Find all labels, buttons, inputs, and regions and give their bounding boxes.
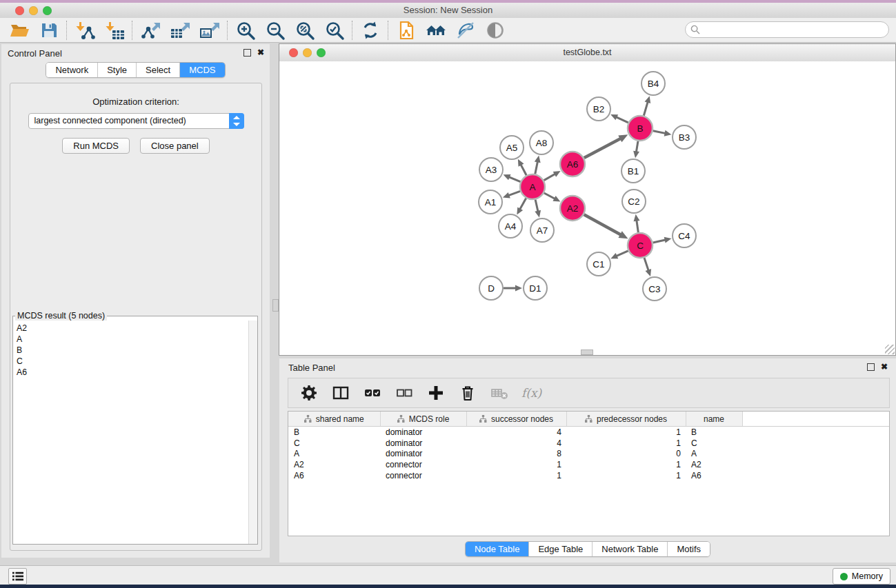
run-mcds-button[interactable]: Run MCDS xyxy=(62,138,130,154)
graph-edge-A-A3[interactable] xyxy=(508,176,521,181)
table-cell[interactable]: 1 xyxy=(466,459,566,470)
table-row[interactable]: A2connector11A2 xyxy=(288,459,889,470)
table-cell[interactable]: 1 xyxy=(566,459,686,470)
tab-select[interactable]: Select xyxy=(136,63,179,77)
memory-button[interactable]: Memory xyxy=(833,568,890,585)
table-cell[interactable]: A2 xyxy=(686,459,742,470)
zoom-in-button[interactable] xyxy=(230,19,260,42)
refresh-button[interactable] xyxy=(355,19,385,42)
column-header-shared-name[interactable]: shared name xyxy=(288,412,380,427)
graph-edge-B-B3[interactable] xyxy=(653,131,666,134)
network-close-button[interactable] xyxy=(289,48,298,57)
split-columns-button[interactable] xyxy=(331,383,350,403)
table-cell[interactable]: A6 xyxy=(288,470,380,481)
vertical-splitter-handle[interactable] xyxy=(272,299,279,312)
table-float-panel-icon[interactable] xyxy=(867,363,875,371)
mcds-result-list[interactable]: A2ABCA6 xyxy=(13,321,248,544)
table-cell[interactable]: 8 xyxy=(466,448,566,459)
export-table-button[interactable] xyxy=(165,19,195,42)
table-row[interactable]: Adominator80A xyxy=(288,448,889,459)
table-cell[interactable]: 1 xyxy=(566,427,686,438)
delete-column-button[interactable] xyxy=(458,383,477,403)
import-table-button[interactable] xyxy=(99,19,129,42)
close-panel-button[interactable]: Close panel xyxy=(140,138,210,154)
graph-edge-A6-B[interactable] xyxy=(584,139,621,159)
optimization-criterion-dropdown[interactable]: largest connected component (directed) xyxy=(28,113,244,129)
graph-edge-B-B2[interactable] xyxy=(615,116,628,123)
graph-edge-A-A1[interactable] xyxy=(508,191,520,195)
horizontal-splitter-handle[interactable] xyxy=(581,349,593,355)
mcds-result-item[interactable]: C xyxy=(17,356,248,367)
delete-table-button[interactable] xyxy=(490,383,509,403)
tab-network[interactable]: Network xyxy=(46,63,97,77)
table-cell[interactable]: C xyxy=(686,438,742,449)
column-header-successor-nodes[interactable]: successor nodes xyxy=(466,412,566,427)
zoom-selected-button[interactable] xyxy=(319,19,349,42)
network-zoom-button[interactable] xyxy=(317,48,326,57)
float-panel-icon[interactable] xyxy=(243,49,251,57)
column-header-MCDS-role[interactable]: MCDS role xyxy=(380,412,466,427)
tab-network-table[interactable]: Network Table xyxy=(592,542,667,556)
graph-edge-C-C2[interactable] xyxy=(637,220,639,232)
table-cell[interactable]: dominator xyxy=(380,438,466,449)
close-window-button[interactable] xyxy=(15,6,24,15)
table-cell[interactable]: connector xyxy=(380,470,466,481)
graph-edge-C-C4[interactable] xyxy=(653,240,666,243)
deselect-all-button[interactable] xyxy=(395,383,414,403)
graph-edge-B-B4[interactable] xyxy=(644,101,648,116)
settings-gear-button[interactable] xyxy=(299,383,319,403)
window-resize-grip[interactable] xyxy=(885,345,895,354)
add-column-button[interactable] xyxy=(426,383,446,403)
mcds-result-item[interactable]: A xyxy=(17,334,248,345)
network-from-file-button[interactable] xyxy=(391,19,421,42)
mcds-result-scrollbar[interactable] xyxy=(248,321,257,544)
column-header-predecessor-nodes[interactable]: predecessor nodes xyxy=(566,412,686,427)
minimize-window-button[interactable] xyxy=(29,6,38,15)
search-input[interactable] xyxy=(702,23,884,37)
export-image-button[interactable] xyxy=(195,19,224,42)
mcds-result-item[interactable]: B xyxy=(17,345,248,356)
table-cell[interactable]: A2 xyxy=(288,459,380,470)
graphics-details-button[interactable] xyxy=(450,19,480,42)
graph-edge-A-A8[interactable] xyxy=(535,161,538,174)
table-cell[interactable]: A xyxy=(288,448,380,459)
import-network-button[interactable] xyxy=(70,19,99,42)
table-row[interactable]: A6connector11A6 xyxy=(288,470,889,481)
tab-edge-table[interactable]: Edge Table xyxy=(528,542,592,556)
table-close-panel-icon[interactable]: ✖ xyxy=(881,363,888,371)
zoom-out-button[interactable] xyxy=(260,19,290,42)
table-cell[interactable]: connector xyxy=(380,459,466,470)
select-all-button[interactable] xyxy=(363,383,382,403)
table-cell[interactable]: 1 xyxy=(566,438,686,449)
table-row[interactable]: Cdominator41C xyxy=(288,438,889,449)
graph-edge-A-A5[interactable] xyxy=(521,164,527,175)
table-cell[interactable]: 4 xyxy=(466,438,566,449)
network-canvas[interactable]: B4B2BB3B1A5A8A6A3AA1A4A7A2C2CC4C1C3DD1 xyxy=(279,61,895,355)
table-cell[interactable]: B xyxy=(686,427,742,438)
mcds-result-item[interactable]: A2 xyxy=(17,323,248,334)
function-builder-button[interactable]: f(x) xyxy=(521,383,541,403)
graph-edge-A-A4[interactable] xyxy=(519,199,526,210)
graph-edge-C-C1[interactable] xyxy=(616,251,628,256)
graph-edge-A-A2[interactable] xyxy=(544,193,556,199)
network-minimize-button[interactable] xyxy=(303,48,312,57)
dropdown-stepper-icon[interactable] xyxy=(229,113,244,129)
search-box[interactable] xyxy=(685,21,889,38)
birdseye-button[interactable] xyxy=(480,19,510,42)
task-history-button[interactable] xyxy=(8,568,27,585)
network-graph[interactable]: B4B2BB3B1A5A8A6A3AA1A4A7A2C2CC4C1C3DD1 xyxy=(279,61,895,355)
network-window-titlebar[interactable]: testGlobe.txt xyxy=(279,44,895,62)
graph-edge-B-B1[interactable] xyxy=(636,141,638,153)
table-row[interactable]: Bdominator41B xyxy=(288,427,889,438)
table-cell[interactable]: B xyxy=(288,427,380,438)
table-cell[interactable]: 1 xyxy=(466,470,566,481)
table-cell[interactable]: dominator xyxy=(380,448,466,459)
zoom-fit-button[interactable] xyxy=(290,19,319,42)
home-view-button[interactable] xyxy=(421,19,450,42)
graph-edge-A-A6[interactable] xyxy=(544,174,556,181)
node-table[interactable]: shared nameMCDS rolesuccessor nodesprede… xyxy=(288,412,889,480)
graph-edge-A-A7[interactable] xyxy=(535,200,538,212)
column-header-name[interactable]: name xyxy=(686,412,742,427)
tab-mcds[interactable]: MCDS xyxy=(179,63,224,77)
graph-edge-A2-C[interactable] xyxy=(584,214,621,235)
